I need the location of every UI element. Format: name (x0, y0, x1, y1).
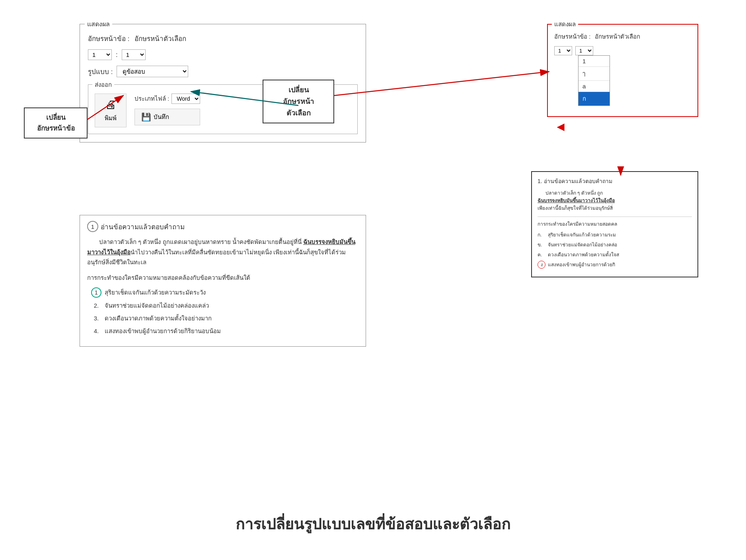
right-text-ค: ดวงเดือนวาดภาพด้วยความตั้งใจส (548, 251, 619, 258)
right-text-ก: สุริยาเช็ดแจกันแก้วด้วยความระม (548, 231, 616, 238)
answer-text-1: สุริยาเช็ดแจกันแก้วด้วยความระมัดระวัง (105, 288, 206, 297)
choice-number-select[interactable]: 1 (122, 49, 146, 60)
question-area: 1 อ่านข้อความแล้วตอบคำถาม ปลาดาวตัวเล็ก … (80, 215, 366, 347)
svg-line-4 (334, 72, 549, 96)
right-answer-item-ข: ข. จันทราช่วยแม่จัดดอกไม้อย่างคล่อ (538, 241, 692, 248)
format-row: รูปแบบ : ดูข้อสอบ (88, 66, 358, 77)
dropdown-item-o[interactable]: ๅ (578, 67, 610, 81)
file-type-select[interactable]: Word (171, 94, 200, 104)
dropdown-item-ก[interactable]: ก (578, 92, 610, 105)
left-panel-legend: แสดงผล (85, 19, 112, 29)
answer-item-2: 2. จันทราช่วยแม่จัดดอกไม้อย่างคล่องแคล่ว (91, 301, 358, 310)
format-select[interactable]: ดูข้อสอบ (117, 66, 188, 77)
dropdown-item-a[interactable]: a (578, 81, 610, 92)
file-type-label: ประเภทไฟล์ : Word (134, 94, 200, 104)
question-number-circle: 1 (87, 221, 98, 232)
answer-item-3: 3. ดวงเดือนวาดภาพด้วยความตั้งใจอย่างมาก (91, 314, 358, 323)
right-panel-main: แสดงผล อักษรหน้าข้อ : อักษรหน้าตัวเลือก … (547, 24, 698, 117)
right-answer-item-ค: ค. ดวงเดือนวาดภาพด้วยความตั้งใจส (538, 251, 692, 258)
page-title: การเปลี่ยนรูปแบบเลขที่ข้อสอบและตัวเลือก (236, 512, 510, 536)
left-section-title: อักษรหน้าข้อ : อักษรหน้าตัวเลือก (88, 33, 358, 44)
answer-item-4: 4. แสงทองเข้าพบผู้อำนวยการด้วยกิริยานอบน… (91, 326, 358, 336)
number-row: 1 : 1 (88, 49, 358, 60)
question-number-select[interactable]: 1 (88, 49, 112, 60)
right-text-ข: จันทราช่วยแม่จัดดอกไม้อย่างคล่อ (548, 241, 617, 248)
choice-dropdown-popup[interactable]: 1 ๅ a ก (578, 55, 610, 106)
send-legend: ส่งออก (92, 80, 114, 90)
right-passage-start: ปลาดาวตัวเล็ก ๆ ตัวหนึ่ง ถูก (545, 190, 603, 196)
answer-text-2: จันทราช่วยแม่จัดดอกไม้อย่างคล่องแคล่ว (105, 301, 209, 310)
right-bottom-panel: 1. อ่านข้อความแล้วตอบคำถาม ปลาดาวตัวเล็ก… (531, 171, 698, 277)
right-number-row: 1 1 (554, 46, 691, 55)
colon-separator: : (116, 51, 118, 59)
right-circle-ง: ง (538, 261, 545, 269)
right-prefix-ค: ค. (538, 251, 545, 258)
answer-circle-1: 1 (91, 287, 101, 298)
print-button[interactable]: 🖨 พิมพ์ (95, 94, 127, 127)
right-panel-legend: แสดงผล (552, 20, 578, 29)
answer-num-3: 3. (91, 315, 101, 322)
question-instruction: การกระทำของใครมีความหมายสอดคล้องกับข้อคว… (87, 273, 358, 283)
right-choice-select[interactable]: 1 (575, 46, 593, 55)
red-arrow-right: ◄ (554, 119, 567, 134)
dropdown-item-1[interactable]: 1 (578, 56, 610, 67)
right-prefix-ข: ข. (538, 241, 545, 248)
right-answer-item-ง: ง แสงทองเข้าพบผู้อำนวยการด้วยกิ (538, 261, 692, 269)
right-passage: ปลาดาวตัวเล็ก ๆ ตัวหนึ่ง ถูก ฉันบรรจงหยิ… (538, 189, 692, 213)
right-q-header: 1. อ่านข้อความแล้วตอบคำถาม (538, 177, 692, 185)
answer-num-4: 4. (91, 328, 101, 334)
answer-item-1: 1 สุริยาเช็ดแจกันแก้วด้วยความระมัดระวัง (91, 287, 358, 298)
answer-num-2: 2. (91, 302, 101, 309)
right-passage-end: เพียงเท่านี้ฉันก็สุขใจที่ได้ร่วมอนุรักษ์… (538, 205, 613, 211)
question-header: 1 อ่านข้อความแล้วตอบคำถาม (87, 221, 358, 232)
right-instruction: การกระทำของใครมีความหมายสอดคล (538, 217, 692, 228)
answer-text-3: ดวงเดือนวาดภาพด้วยความตั้งใจอย่างมาก (105, 314, 212, 323)
right-passage-underline: ฉันบรรจงหยิบมันขึ้นมาวางไว้ในอุ้งมือ (538, 198, 615, 203)
right-text-ง: แสงทองเข้าพบผู้อำนวยการด้วยกิ (548, 261, 615, 268)
passage-start: ปลาดาวตัวเล็ก ๆ ตัวหนึ่ง ถูกแดดเผาอยู่บน… (99, 238, 303, 245)
answer-text-4: แสงทองเข้าพบผู้อำนวยการด้วยกิริยานอบน้อม (105, 326, 221, 336)
right-question-select[interactable]: 1 (554, 46, 572, 55)
question-header-text: อ่านข้อความแล้วตอบคำถาม (101, 221, 185, 232)
printer-icon: 🖨 (105, 98, 116, 111)
right-answer-list: ก. สุริยาเช็ดแจกันแก้วด้วยความระม ข. จัน… (538, 231, 692, 269)
annotation-right: เปลี่ยน อักษรหน้า ตัวเลือก (263, 80, 334, 123)
save-button[interactable]: 💾 บันทึก (134, 109, 200, 125)
save-label: บันทึก (154, 112, 169, 122)
print-label: พิมพ์ (105, 113, 117, 123)
annotation-left: เปลี่ยน อักษรหน้าข้อ (24, 107, 88, 139)
main-container: แสดงผล อักษรหน้าข้อ : อักษรหน้าตัวเลือก … (0, 0, 746, 560)
format-label: รูปแบบ : (88, 66, 113, 77)
file-type-row: ประเภทไฟล์ : Word 💾 บันทึก (134, 94, 200, 125)
right-section-title: อักษรหน้าข้อ : อักษรหน้าตัวเลือก (554, 32, 691, 41)
save-icon: 💾 (141, 112, 151, 122)
passage-text: ปลาดาวตัวเล็ก ๆ ตัวหนึ่ง ถูกแดดเผาอยู่บน… (87, 237, 358, 267)
right-answer-item-ก: ก. สุริยาเช็ดแจกันแก้วด้วยความระม (538, 231, 692, 238)
right-prefix-ก: ก. (538, 231, 545, 238)
answer-list: 1 สุริยาเช็ดแจกันแก้วด้วยความระมัดระวัง … (87, 287, 358, 336)
